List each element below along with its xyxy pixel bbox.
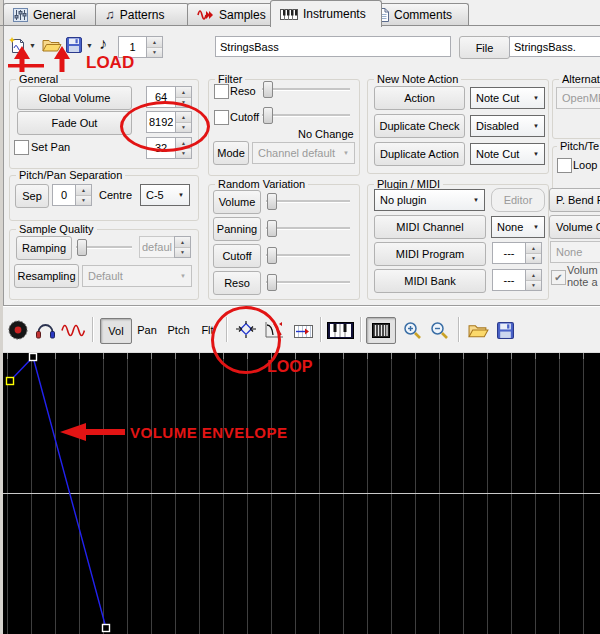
- nna-dup-check-button[interactable]: Duplicate Check: [374, 114, 465, 138]
- rv-reso-slider[interactable]: [266, 273, 350, 291]
- cutoff-checkbox[interactable]: [214, 110, 229, 125]
- midi-program-button[interactable]: MIDI Program: [374, 242, 486, 266]
- tab-general[interactable]: General: [3, 3, 97, 25]
- nna-action-dropdown[interactable]: Note Cut▼: [470, 87, 545, 109]
- spin-down-icon[interactable]: ▼: [526, 281, 541, 291]
- toggle-grid-button[interactable]: [366, 317, 396, 344]
- centre-note-dropdown[interactable]: C-5▼: [140, 184, 190, 206]
- nna-action-button[interactable]: Action: [374, 86, 465, 110]
- spin-up-icon[interactable]: ▲: [76, 185, 91, 196]
- slider-thumb[interactable]: [267, 247, 277, 264]
- ramping-button[interactable]: Ramping: [16, 236, 72, 260]
- slider-thumb[interactable]: [267, 220, 277, 237]
- tab-comments[interactable]: Comments: [367, 3, 469, 25]
- envelope-editor[interactable]: [3, 352, 600, 634]
- resampling-button[interactable]: Resampling: [14, 264, 79, 288]
- spinner-arrows: ▲▼: [525, 242, 542, 264]
- volume-envelope-line[interactable]: [10, 357, 106, 628]
- spin-down-icon[interactable]: ▼: [76, 196, 91, 206]
- pt-loop-checkbox[interactable]: [557, 158, 572, 173]
- file-name-input[interactable]: [509, 36, 600, 57]
- file-button[interactable]: File: [459, 36, 510, 59]
- rv-cutoff-slider[interactable]: [266, 246, 350, 264]
- sep-input[interactable]: [52, 184, 75, 206]
- envelope-grid-button[interactable]: [291, 318, 316, 342]
- nna-dup-action-button[interactable]: Duplicate Action: [374, 142, 465, 166]
- slider-thumb[interactable]: [263, 81, 273, 98]
- save-envelope-button[interactable]: [494, 319, 516, 341]
- plugin-dropdown[interactable]: No plugin▼: [374, 189, 485, 211]
- midi-program-label: MIDI Program: [396, 248, 464, 260]
- tab-patterns[interactable]: ♫ Patterns: [95, 3, 189, 25]
- slider-thumb[interactable]: [77, 239, 87, 256]
- save-dropdown-arrow-icon[interactable]: ▼: [86, 42, 93, 49]
- midi-channel-value: None: [497, 221, 523, 233]
- fade-out-button[interactable]: Fade Out: [17, 111, 132, 135]
- dropdown-arrow-icon[interactable]: ▼: [469, 197, 479, 203]
- tab-samples[interactable]: Samples: [187, 3, 275, 25]
- midi-bank-button[interactable]: MIDI Bank: [374, 269, 486, 293]
- zoom-out-button[interactable]: [427, 318, 451, 342]
- spin-up-icon[interactable]: ▲: [147, 37, 162, 48]
- rv-volume-slider[interactable]: [266, 192, 350, 210]
- cutoff-slider[interactable]: [262, 106, 350, 124]
- tab-instruments[interactable]: Instruments: [270, 0, 382, 27]
- rv-reso-button[interactable]: Reso: [213, 271, 261, 295]
- load-envelope-button[interactable]: [466, 319, 490, 341]
- reso-checkbox[interactable]: [214, 84, 229, 99]
- volume-envelope-tab[interactable]: Vol: [100, 318, 132, 344]
- toolbar-separator: [360, 317, 362, 342]
- dropdown-arrow-icon[interactable]: ▼: [529, 95, 539, 101]
- panning-envelope-tab[interactable]: Pan: [132, 318, 162, 342]
- instrument-name-input[interactable]: [215, 36, 451, 57]
- record-envelope-button[interactable]: [6, 318, 30, 342]
- midi-program-input[interactable]: [492, 242, 525, 264]
- filter-mode-button[interactable]: Mode: [213, 141, 249, 165]
- slider-thumb[interactable]: [267, 274, 277, 291]
- rv-volume-button[interactable]: Volume: [213, 190, 261, 214]
- openmpt-instrument-window: General ♫ Patterns Samples Instruments C…: [0, 0, 600, 634]
- ramping-label: Ramping: [22, 242, 66, 254]
- ramping-spinner: ▲▼: [139, 236, 191, 258]
- nna-dup-action-dropdown[interactable]: Note Cut▼: [470, 143, 545, 165]
- rv-cutoff-button[interactable]: Cutoff: [213, 244, 261, 268]
- slider-thumb[interactable]: [267, 193, 277, 210]
- midi-channel-label: MIDI Channel: [396, 221, 463, 233]
- rv-panning-slider[interactable]: [266, 219, 350, 237]
- midi-channel-dropdown[interactable]: None▼: [491, 216, 545, 238]
- envelope-canvas[interactable]: [3, 353, 600, 634]
- sep-spinner: ▲▼: [52, 184, 92, 206]
- set-pan-label: Set Pan: [31, 141, 70, 153]
- spin-down-icon[interactable]: ▼: [526, 254, 541, 264]
- midi-bank-input[interactable]: [492, 269, 525, 291]
- envelope-node[interactable]: [30, 354, 37, 361]
- envelope-node[interactable]: [7, 378, 14, 385]
- pitch-bend-button[interactable]: P. Bend R: [549, 188, 600, 212]
- toggle-keyboard-button[interactable]: [326, 318, 355, 342]
- play-note-icon[interactable]: ♪: [99, 35, 107, 53]
- ramping-slider[interactable]: [76, 238, 132, 256]
- vibrato-button[interactable]: [60, 322, 85, 338]
- rv-panning-button[interactable]: Panning: [213, 217, 261, 241]
- spin-up-icon[interactable]: ▲: [176, 87, 191, 98]
- zoom-in-button[interactable]: [400, 318, 424, 342]
- nna-dup-check-dropdown[interactable]: Disabled▼: [470, 115, 545, 137]
- play-instrument-button[interactable]: [33, 320, 57, 340]
- envelope-node[interactable]: [103, 625, 110, 632]
- record-icon: [7, 319, 29, 341]
- midi-channel-button[interactable]: MIDI Channel: [374, 215, 486, 239]
- dropdown-arrow-icon[interactable]: ▼: [529, 123, 539, 129]
- slider-thumb[interactable]: [263, 107, 273, 124]
- reso-slider[interactable]: [262, 80, 350, 98]
- spin-up-icon[interactable]: ▲: [526, 270, 541, 281]
- dropdown-arrow-icon[interactable]: ▼: [529, 151, 539, 157]
- pitch-envelope-tab[interactable]: Ptch: [163, 318, 194, 342]
- global-volume-button[interactable]: Global Volume: [17, 86, 132, 110]
- set-pan-checkbox[interactable]: [14, 140, 29, 155]
- sep-button[interactable]: Sep: [15, 184, 49, 208]
- spin-up-icon[interactable]: ▲: [526, 243, 541, 254]
- dropdown-arrow-icon[interactable]: ▼: [174, 192, 184, 198]
- dropdown-arrow-icon[interactable]: ▼: [529, 224, 539, 230]
- volume-command-button[interactable]: Volume C: [549, 215, 600, 239]
- spin-down-icon[interactable]: ▼: [147, 48, 162, 58]
